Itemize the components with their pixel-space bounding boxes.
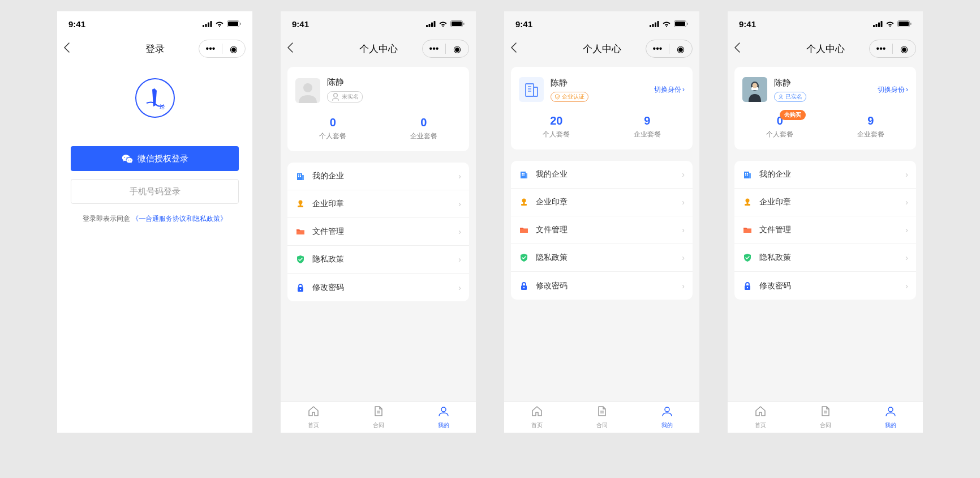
svg-rect-8 xyxy=(426,25,428,27)
chevron-right-icon: › xyxy=(905,253,908,262)
tabbar: 首页 合同 我的 xyxy=(728,401,923,433)
chevron-right-icon: › xyxy=(458,199,461,208)
svg-rect-25 xyxy=(300,204,302,206)
menu-file-mgmt[interactable]: 文件管理 › xyxy=(734,216,916,244)
svg-rect-38 xyxy=(687,23,688,25)
profile-screen-unverified: 9:41 个人中心 ••• ◉ 陈静 未实名 xyxy=(281,11,476,433)
tab-mine[interactable]: 我的 xyxy=(411,402,476,433)
svg-point-58 xyxy=(665,407,669,412)
stat-enterprise[interactable]: 9 企业套餐 xyxy=(602,114,693,139)
menu-change-pwd[interactable]: 修改密码 › xyxy=(287,274,469,301)
login-screen: 9:41 登录 ••• ◉ 论 微信授权登录 手机号码登录 登录即表示同意 《一… xyxy=(57,11,252,433)
back-button[interactable] xyxy=(64,42,78,56)
menu-change-pwd[interactable]: 修改密码 › xyxy=(511,272,693,300)
back-button[interactable] xyxy=(287,42,301,56)
status-time: 9:41 xyxy=(68,19,203,29)
navbar: 登录 ••• ◉ xyxy=(57,36,252,61)
wifi-icon xyxy=(662,20,671,27)
statusbar: 9:41 xyxy=(728,11,923,36)
profile-header[interactable]: 陈静 企业认证 切换身份 › xyxy=(511,67,693,109)
menu-my-company[interactable]: 我的企业 › xyxy=(734,161,916,189)
tab-home[interactable]: 首页 xyxy=(728,402,793,433)
capsule-close-icon[interactable]: ◉ xyxy=(446,40,468,58)
stat-personal[interactable]: 20 个人套餐 xyxy=(511,114,602,139)
profile-header[interactable]: 陈静 未实名 xyxy=(287,67,469,110)
menu-company-seal[interactable]: 企业印章 › xyxy=(287,190,469,218)
tab-home[interactable]: 首页 xyxy=(281,402,346,433)
svg-rect-35 xyxy=(657,21,659,27)
capsule-menu-icon[interactable]: ••• xyxy=(870,40,892,58)
svg-rect-73 xyxy=(745,173,746,174)
login-agreement: 登录即表示同意 《一合通服务协议和隐私政策》 xyxy=(57,214,252,224)
profile-header[interactable]: 陈静 已实名 切换身份 › xyxy=(734,67,916,109)
capsule-menu-icon[interactable]: ••• xyxy=(199,40,222,58)
back-button[interactable] xyxy=(734,42,748,56)
capsule-close-icon[interactable]: ◉ xyxy=(893,40,915,58)
status-icons xyxy=(203,20,241,27)
menu-list: 我的企业 › 企业印章 › 文件管理 › 隐私政策 › 修改密码 › xyxy=(287,163,469,301)
capsule-close-icon[interactable]: ◉ xyxy=(669,40,692,58)
signal-icon xyxy=(650,21,659,27)
tab-mine[interactable]: 我的 xyxy=(858,402,923,433)
stat-enterprise[interactable]: 9 企业套餐 xyxy=(826,114,917,139)
tab-contract[interactable]: 合同 xyxy=(346,402,411,433)
capsule-menu-icon[interactable]: ••• xyxy=(646,40,669,58)
svg-rect-32 xyxy=(650,25,651,27)
tab-home[interactable]: 首页 xyxy=(504,402,569,433)
menu-my-company[interactable]: 我的企业 › xyxy=(287,163,469,190)
chevron-right-icon: › xyxy=(905,198,908,207)
user-name: 陈静 xyxy=(774,78,878,88)
svg-rect-20 xyxy=(300,174,301,176)
profile-info: 陈静 企业认证 xyxy=(551,78,654,102)
svg-rect-37 xyxy=(675,22,685,26)
switch-identity-link[interactable]: 切换身份 › xyxy=(654,85,685,95)
tab-contract[interactable]: 合同 xyxy=(793,402,858,433)
wechat-login-button[interactable]: 微信授权登录 xyxy=(71,146,239,171)
buy-badge[interactable]: 去购买 xyxy=(780,110,806,120)
menu-my-company[interactable]: 我的企业 › xyxy=(511,161,693,189)
seal-icon xyxy=(742,197,753,207)
wechat-icon xyxy=(122,153,133,164)
svg-point-77 xyxy=(746,199,750,203)
switch-identity-link[interactable]: 切换身份 › xyxy=(878,85,908,95)
menu-privacy[interactable]: 隐私政策 › xyxy=(734,244,916,272)
verification-badge: 企业认证 xyxy=(551,92,588,102)
menu-privacy[interactable]: 隐私政策 › xyxy=(287,246,469,274)
menu-company-seal[interactable]: 企业印章 › xyxy=(511,189,693,216)
menu-file-mgmt[interactable]: 文件管理 › xyxy=(287,218,469,246)
svg-rect-64 xyxy=(899,22,909,26)
status-time: 9:41 xyxy=(292,19,426,29)
tabbar: 首页 合同 我的 xyxy=(281,401,476,433)
stat-enterprise[interactable]: 0 企业套餐 xyxy=(379,116,470,141)
verification-badge: 未实名 xyxy=(327,91,363,103)
capsule-menu-icon[interactable]: ••• xyxy=(423,40,445,58)
menu-company-seal[interactable]: 企业印章 › xyxy=(734,189,916,216)
svg-rect-0 xyxy=(203,25,204,27)
svg-point-55 xyxy=(523,287,525,288)
phone-login-button[interactable]: 手机号码登录 xyxy=(71,179,239,204)
tab-mine[interactable]: 我的 xyxy=(634,402,699,433)
stat-personal[interactable]: 0 去购买 个人套餐 xyxy=(734,114,826,139)
svg-rect-46 xyxy=(522,173,523,174)
chevron-right-icon: › xyxy=(682,86,685,93)
svg-rect-71 xyxy=(744,172,749,178)
capsule-close-icon[interactable]: ◉ xyxy=(222,40,245,58)
stat-personal[interactable]: 0 个人套餐 xyxy=(287,116,379,141)
building-icon xyxy=(742,169,753,180)
miniprogram-capsule: ••• ◉ xyxy=(199,40,246,58)
back-button[interactable] xyxy=(511,42,525,56)
svg-rect-74 xyxy=(747,173,748,174)
tab-contract[interactable]: 合同 xyxy=(569,402,634,433)
status-time: 9:41 xyxy=(739,19,873,29)
svg-rect-62 xyxy=(881,21,883,27)
menu-privacy[interactable]: 隐私政策 › xyxy=(511,244,693,272)
profile-card: 陈静 未实名 0 个人套餐 0 企业套餐 xyxy=(287,67,469,151)
menu-change-pwd[interactable]: 修改密码 › xyxy=(734,272,916,300)
wifi-icon xyxy=(886,20,895,27)
navbar-title: 个人中心 xyxy=(583,42,621,56)
agreement-link[interactable]: 《一合通服务协议和隐私政策》 xyxy=(132,215,227,223)
menu-file-mgmt[interactable]: 文件管理 › xyxy=(511,216,693,244)
status-icons xyxy=(873,20,912,27)
svg-point-28 xyxy=(300,288,301,289)
shield-check-icon xyxy=(555,94,560,100)
